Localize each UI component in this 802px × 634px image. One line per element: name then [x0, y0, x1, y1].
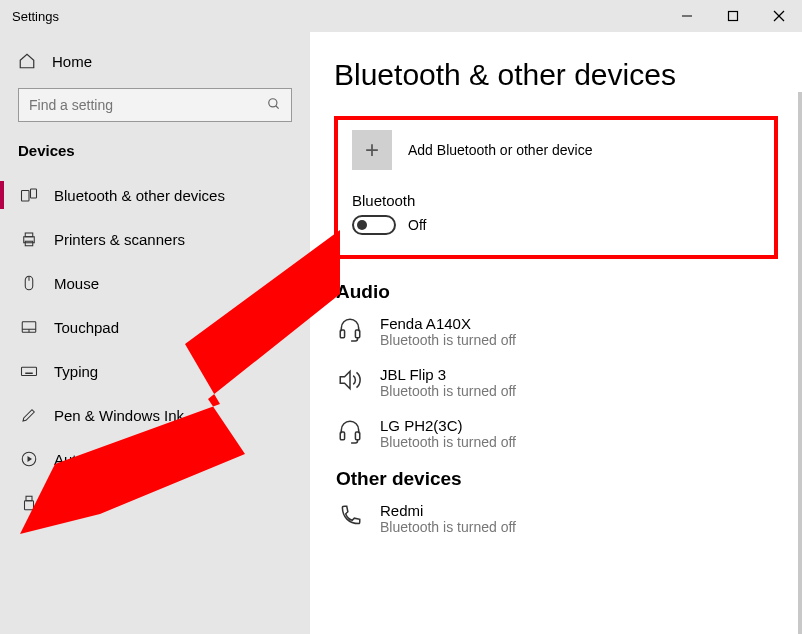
sidebar-item-label: Mouse	[54, 275, 99, 292]
device-status: Bluetooth is turned off	[380, 332, 516, 348]
add-button[interactable]: +	[352, 130, 392, 170]
device-status: Bluetooth is turned off	[380, 519, 516, 535]
sidebar-item-pen[interactable]: Pen & Windows Ink	[0, 393, 310, 437]
mouse-icon	[20, 274, 38, 292]
scrollbar[interactable]	[798, 92, 802, 634]
device-item[interactable]: Redmi Bluetooth is turned off	[336, 502, 778, 535]
sidebar-item-bluetooth[interactable]: Bluetooth & other devices	[0, 173, 310, 217]
svg-rect-9	[25, 233, 33, 237]
svg-rect-25	[25, 501, 34, 510]
sidebar-item-label: USB	[54, 495, 85, 512]
device-item[interactable]: LG PH2(3C) Bluetooth is turned off	[336, 417, 778, 450]
headset-icon	[336, 315, 364, 343]
group-title-other: Other devices	[336, 468, 778, 490]
annotation-highlight: + Add Bluetooth or other device Bluetoot…	[334, 116, 778, 259]
device-name: JBL Flip 3	[380, 366, 516, 383]
sidebar-item-label: AutoPlay	[54, 451, 114, 468]
bluetooth-state: Off	[408, 217, 426, 233]
headset-icon	[336, 417, 364, 445]
add-device-row[interactable]: + Add Bluetooth or other device	[352, 130, 760, 170]
autoplay-icon	[20, 450, 38, 468]
group-title-audio: Audio	[336, 281, 778, 303]
svg-rect-10	[25, 241, 33, 246]
svg-rect-7	[31, 189, 37, 198]
device-status: Bluetooth is turned off	[380, 434, 516, 450]
sidebar-item-label: Touchpad	[54, 319, 119, 336]
pen-icon	[20, 406, 38, 424]
touchpad-icon	[20, 318, 38, 336]
sidebar: Home Devices Bluetooth & other devices P…	[0, 32, 310, 634]
svg-marker-28	[340, 371, 350, 388]
sidebar-item-label: Typing	[54, 363, 98, 380]
sidebar-item-label: Printers & scanners	[54, 231, 185, 248]
device-name: Fenda A140X	[380, 315, 516, 332]
maximize-button[interactable]	[710, 0, 756, 32]
plus-icon: +	[365, 136, 379, 164]
svg-rect-26	[340, 330, 344, 338]
sidebar-item-usb[interactable]: USB	[0, 481, 310, 525]
sidebar-item-autoplay[interactable]: AutoPlay	[0, 437, 310, 481]
search-icon	[267, 97, 281, 114]
search-box[interactable]	[18, 88, 292, 122]
bluetooth-label: Bluetooth	[352, 192, 760, 209]
usb-icon	[20, 494, 38, 512]
search-input[interactable]	[29, 97, 267, 113]
add-device-label: Add Bluetooth or other device	[408, 142, 592, 158]
keyboard-icon	[20, 362, 38, 380]
svg-rect-16	[22, 367, 37, 375]
svg-rect-29	[340, 432, 344, 440]
device-item[interactable]: JBL Flip 3 Bluetooth is turned off	[336, 366, 778, 399]
content-area: Bluetooth & other devices + Add Bluetoot…	[310, 32, 802, 634]
device-name: LG PH2(3C)	[380, 417, 516, 434]
svg-rect-24	[26, 496, 32, 501]
home-icon	[18, 52, 36, 70]
svg-marker-23	[28, 456, 33, 462]
phone-icon	[336, 502, 364, 530]
sidebar-item-typing[interactable]: Typing	[0, 349, 310, 393]
svg-point-4	[269, 98, 277, 106]
window-title: Settings	[12, 9, 59, 24]
sidebar-item-mouse[interactable]: Mouse	[0, 261, 310, 305]
sidebar-item-label: Bluetooth & other devices	[54, 187, 225, 204]
bluetooth-toggle[interactable]	[352, 215, 396, 235]
titlebar: Settings	[0, 0, 802, 32]
svg-rect-27	[355, 330, 359, 338]
sidebar-item-label: Pen & Windows Ink	[54, 407, 184, 424]
speaker-icon	[336, 366, 364, 394]
device-item[interactable]: Fenda A140X Bluetooth is turned off	[336, 315, 778, 348]
svg-line-5	[276, 105, 279, 108]
sidebar-section-label: Devices	[0, 136, 310, 173]
window-controls	[664, 0, 802, 32]
svg-rect-30	[355, 432, 359, 440]
minimize-button[interactable]	[664, 0, 710, 32]
svg-rect-6	[22, 191, 30, 202]
nav-home-label: Home	[52, 53, 92, 70]
device-status: Bluetooth is turned off	[380, 383, 516, 399]
svg-rect-1	[729, 12, 738, 21]
nav-home[interactable]: Home	[0, 42, 310, 80]
printer-icon	[20, 230, 38, 248]
sidebar-item-touchpad[interactable]: Touchpad	[0, 305, 310, 349]
sidebar-item-printers[interactable]: Printers & scanners	[0, 217, 310, 261]
device-name: Redmi	[380, 502, 516, 519]
page-title: Bluetooth & other devices	[334, 58, 778, 92]
bluetooth-devices-icon	[20, 186, 38, 204]
close-button[interactable]	[756, 0, 802, 32]
